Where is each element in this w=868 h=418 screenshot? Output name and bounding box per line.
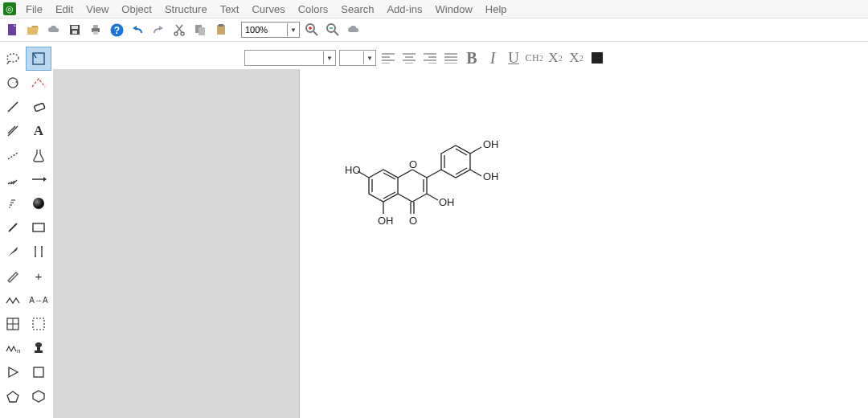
svg-rect-15 xyxy=(219,24,223,27)
svg-line-91 xyxy=(456,168,467,174)
menu-text[interactable]: Text xyxy=(214,2,246,17)
align-center-icon[interactable] xyxy=(400,49,418,67)
wedge-solid-icon[interactable] xyxy=(0,240,26,264)
eraser-icon[interactable] xyxy=(26,95,51,119)
menu-view[interactable]: View xyxy=(80,2,115,17)
menu-window[interactable]: Window xyxy=(429,2,479,17)
lasso-tool-icon[interactable] xyxy=(0,47,26,71)
bond-angle-icon[interactable] xyxy=(26,71,51,95)
stamp-tool-icon[interactable] xyxy=(26,336,51,360)
atom-replace-icon[interactable]: A→A xyxy=(26,288,51,312)
play-tool-icon[interactable] xyxy=(0,360,26,384)
cloud-share-icon[interactable] xyxy=(345,21,362,39)
main-toolbar: ? ▼ xyxy=(0,18,868,42)
menu-object[interactable]: Object xyxy=(115,2,158,17)
short-bond-icon[interactable] xyxy=(0,215,26,240)
brackets-icon[interactable] xyxy=(26,240,51,264)
help-icon[interactable]: ? xyxy=(108,21,125,39)
svg-rect-13 xyxy=(199,27,205,35)
label-oh-3p: OH xyxy=(483,170,499,182)
chevron-down-icon[interactable]: ▼ xyxy=(363,51,375,64)
menu-structure[interactable]: Structure xyxy=(158,2,214,17)
cloud-icon[interactable] xyxy=(45,21,63,39)
chevron-down-icon[interactable]: ▼ xyxy=(323,51,335,64)
tool-palette: A + A→A n xyxy=(0,47,51,408)
single-bond-icon[interactable] xyxy=(0,95,26,119)
flask-icon[interactable] xyxy=(26,143,51,167)
menu-help[interactable]: Help xyxy=(479,2,514,17)
rotate-tool-icon[interactable] xyxy=(0,71,26,95)
svg-marker-73 xyxy=(7,391,18,402)
sphere-icon[interactable] xyxy=(26,191,51,215)
copy-icon[interactable] xyxy=(191,21,209,39)
menu-search[interactable]: Search xyxy=(334,2,380,17)
undo-icon[interactable] xyxy=(129,21,146,39)
svg-line-48 xyxy=(8,153,18,159)
bold-button[interactable]: B xyxy=(463,49,481,67)
font-family-select[interactable]: ▼ xyxy=(244,50,336,66)
subscript-sub: 2 xyxy=(559,54,563,63)
svg-marker-62 xyxy=(8,247,18,256)
italic-button[interactable]: I xyxy=(484,49,502,67)
superscript-button[interactable]: X2 xyxy=(567,49,585,67)
menu-file[interactable]: File xyxy=(19,2,49,17)
menu-edit[interactable]: Edit xyxy=(49,2,80,17)
open-icon[interactable] xyxy=(24,21,42,39)
template-tool-icon[interactable] xyxy=(26,312,51,336)
align-left-icon[interactable] xyxy=(379,49,397,67)
color-swatch[interactable] xyxy=(588,49,606,67)
redo-icon[interactable] xyxy=(149,21,167,39)
zoom-out-icon[interactable] xyxy=(324,21,342,39)
align-right-icon[interactable] xyxy=(421,49,439,67)
canvas[interactable]: HO O O OH OH OH OH xyxy=(301,69,868,418)
hash-bond-icon[interactable] xyxy=(0,191,26,215)
cut-icon[interactable] xyxy=(170,21,188,39)
dashed-bond-icon[interactable] xyxy=(0,143,26,167)
chain-tool-icon[interactable] xyxy=(0,288,26,312)
underline-button[interactable]: U xyxy=(505,49,522,67)
molecule-structure[interactable]: HO O O OH OH OH OH xyxy=(345,133,530,240)
svg-line-83 xyxy=(398,194,412,202)
app-icon: ◎ xyxy=(3,2,16,15)
square-tool-icon[interactable] xyxy=(26,360,51,384)
pentagon-tool-icon[interactable] xyxy=(0,384,26,408)
new-doc-icon[interactable] xyxy=(3,21,21,39)
svg-line-17 xyxy=(313,31,317,35)
align-justify-icon[interactable] xyxy=(442,49,460,67)
pen-tool-icon[interactable] xyxy=(0,264,26,288)
zoom-input[interactable] xyxy=(242,23,287,36)
multi-bond-icon[interactable] xyxy=(0,119,26,143)
zoom-combo[interactable]: ▼ xyxy=(241,22,300,38)
font-size-select[interactable]: ▼ xyxy=(339,50,376,66)
atom-plus-icon[interactable]: + xyxy=(26,264,51,288)
polymer-tool-icon[interactable]: n xyxy=(0,336,26,360)
svg-line-80 xyxy=(412,170,427,178)
formula-label: CH xyxy=(525,52,539,64)
table-tool-icon[interactable] xyxy=(0,312,26,336)
hexagon-tool-icon[interactable] xyxy=(26,384,51,408)
subscript-button[interactable]: X2 xyxy=(547,49,564,67)
superscript-sup: 2 xyxy=(579,54,583,63)
print-icon[interactable] xyxy=(87,21,104,39)
svg-point-70 xyxy=(35,342,42,347)
save-icon[interactable] xyxy=(66,21,84,39)
svg-point-59 xyxy=(33,198,44,209)
svg-rect-4 xyxy=(72,31,77,34)
svg-marker-75 xyxy=(369,170,398,202)
menu-curves[interactable]: Curves xyxy=(245,2,291,17)
chevron-down-icon[interactable]: ▼ xyxy=(287,23,299,36)
svg-marker-54 xyxy=(43,177,47,182)
marquee-tool-icon[interactable] xyxy=(26,47,51,71)
wedge-bond-icon[interactable] xyxy=(0,167,26,191)
svg-text:n: n xyxy=(17,347,20,354)
arrow-tool-icon[interactable] xyxy=(26,167,51,191)
svg-line-94 xyxy=(427,194,438,200)
formula-button[interactable]: CH2 xyxy=(526,49,543,67)
text-tool-icon[interactable]: A xyxy=(26,119,51,143)
menu-addins[interactable]: Add-ins xyxy=(380,2,428,17)
menu-colors[interactable]: Colors xyxy=(292,2,335,17)
zoom-in-icon[interactable] xyxy=(303,21,321,39)
paste-icon[interactable] xyxy=(212,21,230,39)
label-oh-4p: OH xyxy=(483,138,499,150)
rectangle-tool-icon[interactable] xyxy=(26,215,51,240)
